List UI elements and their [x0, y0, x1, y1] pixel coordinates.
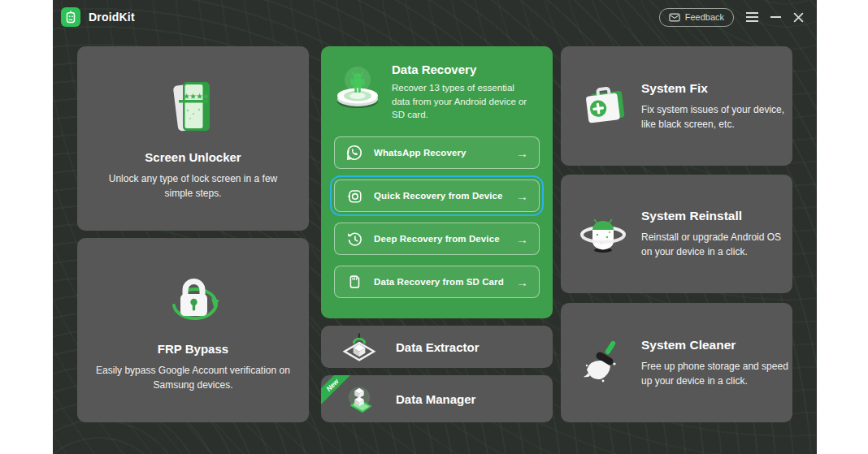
screen-unlocker-icon: ★★★★ [168, 77, 219, 139]
system-fix-title: System Fix [641, 81, 791, 96]
titlebar: DroidKit Feedback [53, 0, 817, 34]
data-manager-card[interactable]: New Data Manager [321, 375, 553, 422]
deep-recovery-from-device-button[interactable]: Deep Recovery from Device → [334, 223, 540, 255]
arrow-right-icon: → [516, 275, 528, 289]
system-fix-card[interactable]: System Fix Fix system issues of your dev… [561, 46, 792, 166]
button-label: Data Recovery from SD Card [374, 277, 504, 287]
frp-bypass-title: FRP Bypass [158, 342, 228, 356]
system-cleaner-icon [577, 339, 629, 387]
frp-bypass-icon [163, 270, 224, 331]
data-extractor-title: Data Extractor [396, 340, 480, 354]
deep-recovery-icon [345, 230, 363, 248]
arrow-right-icon: → [516, 189, 528, 203]
system-reinstall-description: Reinstall or upgrade Android OS on your … [641, 230, 791, 259]
data-recovery-description: Recover 13 types of essential data from … [392, 81, 532, 122]
button-label: Deep Recovery from Device [374, 234, 500, 244]
arrow-right-icon: → [516, 146, 528, 160]
system-cleaner-description: Free up phone storage and speed up your … [641, 359, 791, 388]
svg-text:★: ★ [202, 92, 210, 101]
frp-bypass-description: Easily bypass Google Account verificatio… [77, 363, 309, 392]
system-reinstall-icon [577, 210, 629, 258]
screen-unlocker-title: Screen Unlocker [145, 150, 241, 164]
system-cleaner-card[interactable]: System Cleaner Free up phone storage and… [561, 303, 792, 422]
minimize-icon[interactable] [770, 16, 781, 18]
system-cleaner-title: System Cleaner [641, 338, 791, 352]
quick-recovery-from-device-button[interactable]: Quick Recovery from Device → [334, 179, 540, 212]
sd-card-icon [345, 273, 363, 291]
app-title: DroidKit [89, 11, 135, 24]
data-manager-title: Data Manager [396, 392, 475, 406]
system-reinstall-title: System Reinstall [641, 209, 791, 223]
data-manager-icon [341, 380, 378, 417]
screen-unlocker-card[interactable]: ★★★★ Screen Unlocker Unlock any type of … [77, 46, 309, 231]
droidkit-window: DroidKit Feedback [53, 0, 817, 454]
button-label: Quick Recovery from Device [374, 191, 503, 201]
data-recovery-from-sd-card-button[interactable]: Data Recovery from SD Card → [334, 266, 540, 298]
data-recovery-icon [332, 63, 383, 110]
frp-bypass-card[interactable]: FRP Bypass Easily bypass Google Account … [77, 238, 309, 422]
feedback-label: Feedback [685, 12, 724, 22]
droidkit-logo-icon [61, 7, 80, 27]
envelope-icon [669, 13, 680, 22]
arrow-right-icon: → [516, 232, 528, 246]
quick-recovery-icon [345, 187, 363, 205]
whatsapp-recovery-button[interactable]: WhatsApp Recovery → [334, 136, 540, 169]
data-recovery-title: Data Recovery [392, 63, 532, 76]
feedback-button[interactable]: Feedback [659, 8, 734, 27]
button-label: WhatsApp Recovery [374, 148, 467, 158]
data-extractor-icon [341, 328, 378, 365]
close-icon[interactable] [793, 12, 804, 23]
whatsapp-icon [345, 144, 363, 162]
data-extractor-card[interactable]: Data Extractor [321, 326, 553, 368]
data-recovery-card[interactable]: Data Recovery Recover 13 types of essent… [321, 46, 553, 318]
system-fix-icon [577, 82, 629, 131]
screen-unlocker-description: Unlock any type of lock screen in a few … [77, 171, 309, 201]
menu-icon[interactable] [746, 12, 758, 22]
system-reinstall-card[interactable]: System Reinstall Reinstall or upgrade An… [561, 175, 792, 293]
system-fix-description: Fix system issues of your device, like b… [641, 102, 791, 132]
